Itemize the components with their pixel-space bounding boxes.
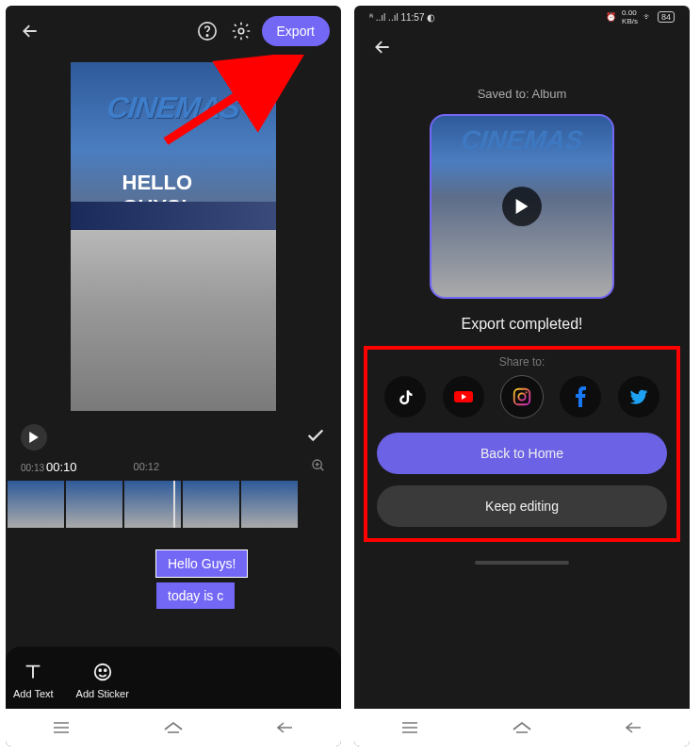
- export-button[interactable]: Export: [262, 16, 330, 46]
- editor-topbar: Export: [6, 6, 341, 57]
- timeline-frame[interactable]: [183, 481, 239, 528]
- export-complete-screen: ᴿ ..ıl ..ıl 11:57 ◐ ⏰ 0.00KB/s ᯤ 84 Save…: [354, 6, 690, 746]
- add-text-button[interactable]: Add Text: [13, 660, 54, 699]
- saved-to-label: Saved to: Album: [354, 87, 690, 101]
- time-marker: 00:12: [77, 461, 311, 472]
- text-layer-chip[interactable]: today is c: [156, 582, 235, 609]
- timeline-frame[interactable]: [241, 481, 298, 528]
- preview-sign-text: CINEMAS: [106, 90, 241, 125]
- recents-icon[interactable]: [50, 716, 73, 739]
- export-complete-label: Export completed!: [354, 316, 690, 333]
- svg-point-7: [105, 669, 106, 671]
- back-to-home-button[interactable]: Back to Home: [377, 433, 667, 474]
- sticker-icon: [90, 660, 115, 684]
- timeline-frame[interactable]: [66, 481, 122, 528]
- confirm-icon[interactable]: [305, 425, 326, 451]
- share-icons-row: [377, 376, 667, 418]
- back-nav-icon[interactable]: [623, 716, 645, 739]
- signal-icons: ᴿ ..ıl ..ıl 11:57 ◐: [369, 12, 435, 23]
- text-icon: [21, 660, 45, 684]
- youtube-icon[interactable]: [443, 376, 484, 418]
- svg-point-14: [525, 391, 527, 393]
- playback-row: [6, 417, 341, 458]
- android-navbar: [354, 709, 690, 746]
- tool-label: Add Text: [13, 688, 54, 699]
- status-right: ⏰ 0.00KB/s ᯤ 84: [606, 8, 675, 25]
- android-navbar: [6, 709, 341, 746]
- time-current: 00:1300:10: [21, 460, 77, 474]
- timeline-track[interactable]: [6, 481, 341, 528]
- home-icon[interactable]: [162, 716, 185, 739]
- timeline-frame[interactable]: [8, 481, 64, 528]
- settings-icon[interactable]: [228, 18, 254, 44]
- keep-editing-button[interactable]: Keep editing: [377, 485, 667, 527]
- home-icon[interactable]: [511, 716, 533, 739]
- text-layer-chip[interactable]: Hello Guys!: [156, 550, 247, 577]
- time-readout: 00:1300:10 00:12: [6, 458, 341, 481]
- play-button[interactable]: [21, 424, 47, 451]
- play-icon[interactable]: [502, 187, 542, 226]
- svg-point-6: [99, 669, 101, 671]
- help-icon[interactable]: [194, 18, 220, 44]
- video-preview[interactable]: CINEMAS HELLO GUYS!: [71, 62, 276, 411]
- tool-label: Add Sticker: [76, 688, 129, 699]
- back-icon[interactable]: [17, 18, 43, 44]
- bottom-toolbar: Add Text Add Sticker: [6, 647, 341, 709]
- share-to-label: Share to:: [377, 355, 667, 369]
- playhead[interactable]: [173, 481, 175, 528]
- facebook-icon[interactable]: [560, 376, 601, 418]
- text-layer-list: Hello Guys! today is c: [6, 550, 341, 609]
- instagram-icon[interactable]: [501, 376, 543, 418]
- twitter-icon[interactable]: [618, 376, 659, 418]
- thumb-sign-text: CINEMAS: [460, 125, 584, 156]
- recents-icon[interactable]: [399, 716, 421, 739]
- svg-point-3: [238, 28, 244, 34]
- svg-rect-12: [514, 389, 530, 405]
- export-topbar: [354, 28, 690, 66]
- share-panel: Share to: Back to Home Keep editing: [364, 346, 680, 542]
- add-sticker-button[interactable]: Add Sticker: [76, 660, 129, 699]
- editor-screen: Export CINEMAS HELLO GUYS! 00:1300:10 00…: [6, 6, 341, 746]
- svg-point-5: [94, 664, 110, 680]
- tiktok-icon[interactable]: [384, 376, 426, 418]
- timeline-frame[interactable]: [124, 481, 181, 528]
- status-bar: ᴿ ..ıl ..ıl 11:57 ◐ ⏰ 0.00KB/s ᯤ 84: [354, 6, 690, 28]
- svg-point-13: [518, 393, 525, 400]
- preview-area: CINEMAS HELLO GUYS!: [6, 57, 341, 417]
- zoom-in-icon[interactable]: [311, 458, 326, 475]
- back-nav-icon[interactable]: [274, 716, 297, 739]
- back-icon[interactable]: [369, 34, 396, 60]
- export-thumbnail[interactable]: CINEMAS: [430, 114, 614, 299]
- svg-point-2: [206, 35, 207, 36]
